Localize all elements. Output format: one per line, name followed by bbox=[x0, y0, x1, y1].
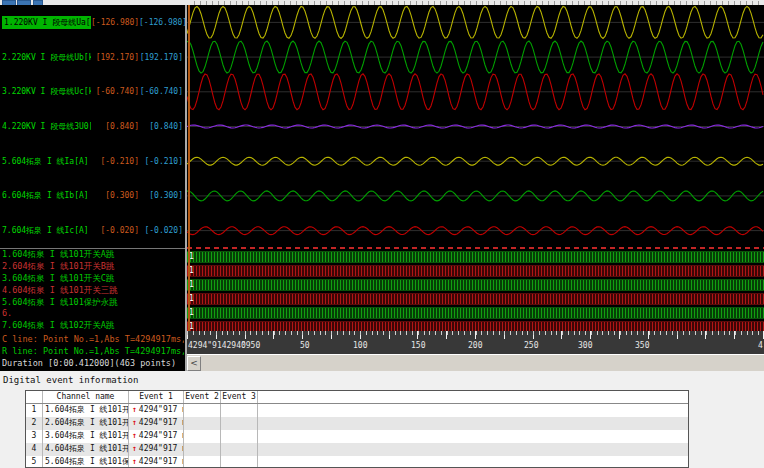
cursor-value-c: [0.840] bbox=[91, 122, 139, 131]
rising-edge-icon: ↑ bbox=[132, 444, 137, 453]
digital-channel-label[interactable]: 4.604拓泉 I 线101开关三跳 bbox=[0, 285, 185, 297]
r-cursor-status: R line: Point No.=1,Abs T=4294917ms, Rel… bbox=[2, 346, 184, 356]
digital-channel-label[interactable]: 3.604拓泉 I 线101开关C跳 bbox=[0, 273, 185, 285]
event-table-row[interactable]: 44.604拓泉 I 线101开关三跳↑4294"917 ms bbox=[26, 443, 688, 456]
analog-channel-row[interactable]: 4.220KV I 段母线3U0[kV][0.840][0.840] bbox=[0, 109, 185, 144]
ruler-label: 4 bbox=[758, 341, 763, 350]
analog-channel-row[interactable]: 2.220KV I 段母线Ub[kV][192.170][192.170] bbox=[0, 40, 185, 75]
ruler-label: 4294"914294"950 bbox=[188, 341, 260, 350]
digital-state-bar: 1 bbox=[187, 251, 764, 263]
event-section-title: Digital event information bbox=[3, 375, 138, 385]
rising-edge-icon: ↑ bbox=[132, 418, 137, 427]
column-header[interactable] bbox=[26, 391, 43, 403]
cursor-value-c: [-0.210] bbox=[91, 157, 139, 166]
horizontal-scrollbar[interactable]: < bbox=[187, 354, 764, 371]
cursor-value-r: [0.840] bbox=[139, 122, 183, 131]
cursor-value-c: [192.170] bbox=[91, 53, 139, 62]
analog-waveforms bbox=[187, 5, 764, 248]
analog-channel-label[interactable]: 1.220KV I 段母线Ua[kV] bbox=[2, 16, 91, 29]
event-table-row[interactable]: 55.604拓泉 I 线101保护永跳↑4294"917 ms bbox=[26, 456, 688, 468]
digital-channel-label[interactable]: 2.604拓泉 I 线101开关B跳 bbox=[0, 261, 185, 273]
ruler-minor-ticks bbox=[187, 331, 764, 335]
analog-channel-row[interactable]: 6.604拓泉 I 线Ib[A][0.300][0.300] bbox=[0, 179, 185, 214]
cursor-value-r: [0.300] bbox=[139, 191, 183, 200]
ruler-label: 50 bbox=[300, 341, 310, 350]
digital-state-bar: 1 bbox=[187, 265, 764, 277]
rising-edge-icon: ↑ bbox=[132, 457, 137, 466]
digital-event-table: Channel nameEvent 1Event 2Event 311.604拓… bbox=[25, 390, 689, 468]
analog-channel-label[interactable]: 7.604拓泉 I 线Ic[A] bbox=[2, 225, 91, 236]
digital-state-bar: 1 bbox=[187, 293, 764, 305]
ruler-label: 350 bbox=[635, 341, 649, 350]
cursor-value-r: [-0.020] bbox=[139, 226, 183, 235]
cursor-value-c: [-0.020] bbox=[91, 226, 139, 235]
analog-channel-label[interactable]: 6.604拓泉 I 线Ib[A] bbox=[2, 190, 91, 201]
analog-channel-label[interactable]: 4.220KV I 段母线3U0[kV] bbox=[2, 121, 91, 132]
event-time: 4294"917 ms bbox=[139, 405, 184, 414]
cursor-value-r: [-126.980] bbox=[139, 18, 183, 27]
c-cursor-status: C line: Point No.=1,Abs T=4294917ms, Rel… bbox=[2, 334, 184, 344]
analog-channel-label[interactable]: 2.220KV I 段母线Ub[kV] bbox=[2, 52, 91, 63]
event-table-row[interactable]: 11.604拓泉 I 线101开关A跳↑4294"917 ms bbox=[26, 404, 688, 417]
analog-channel-row[interactable]: 1.220KV I 段母线Ua[kV][-126.980][-126.980] bbox=[0, 5, 185, 40]
event-time: 4294"917 ms bbox=[139, 457, 184, 466]
ruler-label: 150 bbox=[411, 341, 425, 350]
scroll-left-button[interactable]: < bbox=[187, 356, 201, 371]
event-table-header: Channel nameEvent 1Event 2Event 3 bbox=[26, 391, 688, 404]
cursor-value-c: [-60.740] bbox=[91, 87, 139, 96]
column-header[interactable]: Event 2 bbox=[184, 391, 221, 403]
cursor-value-r: [192.170] bbox=[139, 53, 183, 62]
analog-channel-row[interactable]: 5.604拓泉 I 线Ia[A][-0.210][-0.210] bbox=[0, 144, 185, 179]
ruler-label: 100 bbox=[353, 341, 367, 350]
digital-state-bar: 1 bbox=[187, 307, 764, 319]
column-header[interactable]: Event 3 bbox=[221, 391, 258, 403]
digital-channel-label[interactable]: 6. bbox=[0, 308, 185, 320]
duration-status: Duration [0:00.412000](463 points) bbox=[2, 358, 184, 368]
ruler-label: 300 bbox=[578, 341, 592, 350]
analog-channel-list: 1.220KV I 段母线Ua[kV][-126.980][-126.980]2… bbox=[0, 5, 185, 248]
waveform-analyzer-window: { "toolbar": { "icons": ["toolbar-icon-1… bbox=[0, 0, 764, 468]
waveform-viewer: 1.220KV I 段母线Ua[kV][-126.980][-126.980]2… bbox=[0, 5, 764, 371]
rising-edge-icon: ↑ bbox=[132, 405, 137, 414]
digital-channel-label[interactable]: 1.604拓泉 I 线101开关A跳 bbox=[0, 249, 185, 261]
clipped-trace-dashes bbox=[187, 247, 764, 249]
digital-state-bar: 1 bbox=[187, 279, 764, 291]
analog-channel-row[interactable]: 3.220KV I 段母线Uc[kV][-60.740][-60.740] bbox=[0, 74, 185, 109]
event-table-row[interactable]: 33.604拓泉 I 线101开关C跳↑4294"917 ms bbox=[26, 430, 688, 443]
event-time: 4294"917 ms bbox=[139, 431, 184, 440]
event-time: 4294"917 ms bbox=[139, 418, 184, 427]
analog-channel-label[interactable]: 3.220KV I 段母线Uc[kV] bbox=[2, 86, 91, 97]
cursor-value-r: [-60.740] bbox=[139, 87, 183, 96]
digital-channel-label[interactable]: 5.604拓泉 I 线101保护永跳 bbox=[0, 297, 185, 309]
cursor-value-c: [0.300] bbox=[91, 191, 139, 200]
ruler-label: 250 bbox=[524, 341, 538, 350]
analog-channel-label[interactable]: 5.604拓泉 I 线Ia[A] bbox=[2, 156, 91, 167]
ruler-label: 0 bbox=[241, 341, 246, 350]
column-header[interactable]: Channel name bbox=[43, 391, 129, 403]
time-cursor[interactable] bbox=[188, 5, 190, 331]
cursor-value-c: [-126.980] bbox=[91, 18, 139, 27]
event-time: 4294"917 ms bbox=[139, 444, 184, 453]
digital-channel-list: 1.604拓泉 I 线101开关A跳2.604拓泉 I 线101开关B跳3.60… bbox=[0, 248, 185, 332]
event-section: Digital event information Channel nameEv… bbox=[0, 371, 764, 468]
digital-channel-label[interactable]: 7.604拓泉 I 线102开关A跳 bbox=[0, 320, 185, 332]
time-ruler[interactable]: 4294"914294"9500501001502002503003504 bbox=[187, 331, 764, 354]
digital-trace-bars: 1111111 bbox=[187, 251, 764, 332]
analog-channel-row[interactable]: 7.604拓泉 I 线Ic[A][-0.020][-0.020] bbox=[0, 213, 185, 248]
column-header[interactable]: Event 1 bbox=[129, 391, 184, 403]
rising-edge-icon: ↑ bbox=[132, 431, 137, 440]
ruler-label: 200 bbox=[468, 341, 482, 350]
cursor-value-r: [-0.210] bbox=[139, 157, 183, 166]
event-table-row[interactable]: 22.604拓泉 I 线101开关B跳↑4294"917 ms bbox=[26, 417, 688, 430]
